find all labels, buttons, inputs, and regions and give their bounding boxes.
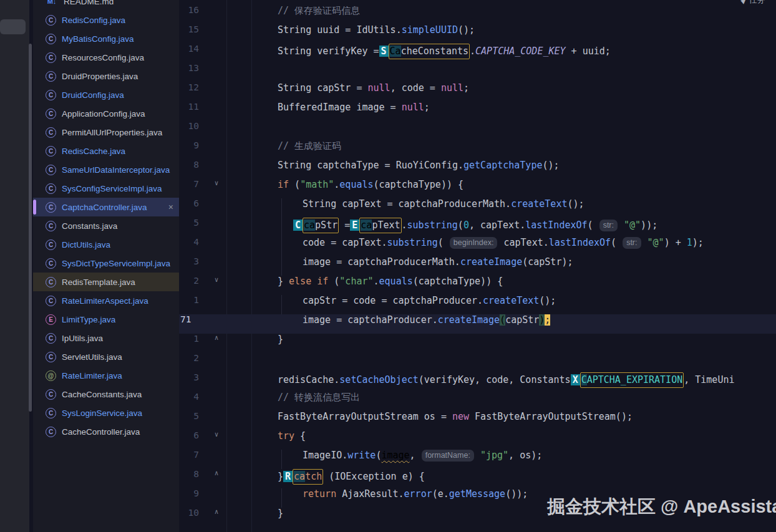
line-number[interactable]: 11: [179, 102, 199, 112]
code-token: .: [374, 276, 379, 287]
code-line[interactable]: 6String capText = captchaProducerMath.cr…: [179, 198, 776, 218]
file-row[interactable]: CMyBatisConfig.java: [33, 29, 179, 48]
line-number[interactable]: 5: [179, 218, 199, 228]
code-line[interactable]: 1∧}: [179, 334, 776, 353]
line-number[interactable]: 10: [179, 508, 199, 518]
project-panel-scrollbar[interactable]: [29, 44, 32, 412]
line-number[interactable]: 5: [179, 411, 199, 421]
fold-chevron-icon[interactable]: ∧: [211, 334, 221, 342]
code-line[interactable]: 1capStr = code = captchaProducer.createT…: [179, 295, 776, 314]
line-number[interactable]: 4: [179, 237, 199, 247]
line-number[interactable]: 10: [179, 121, 199, 131]
line-number[interactable]: 9: [179, 488, 199, 498]
file-row[interactable]: CApplicationConfig.java: [33, 104, 179, 123]
top-right-clipped-control[interactable]: ▶ 任务: [741, 0, 765, 5]
fold-chevron-icon[interactable]: ∧: [211, 469, 221, 477]
file-row[interactable]: M↓README.md: [33, 0, 179, 11]
file-row[interactable]: ELimitType.java: [33, 310, 179, 329]
line-number[interactable]: 2: [179, 353, 199, 363]
line-number[interactable]: 3: [179, 372, 199, 382]
file-row[interactable]: CDruidConfig.java: [33, 85, 179, 104]
acejump-tag: R: [283, 471, 293, 482]
code-line[interactable]: 8∧}Rcatch (IOException e) {: [179, 469, 776, 488]
code-line[interactable]: 2: [179, 353, 776, 372]
file-row[interactable]: CSameUrlDataInterceptor.java: [33, 160, 179, 179]
line-number[interactable]: 12: [179, 82, 199, 92]
code-line[interactable]: 4// 转换流信息写出: [179, 392, 776, 411]
fold-chevron-icon[interactable]: ∧: [211, 508, 221, 516]
active-tool-window-button[interactable]: [0, 19, 26, 34]
line-number[interactable]: 15: [179, 24, 199, 34]
file-label: CacheConstants.java: [62, 390, 142, 399]
line-number[interactable]: 3: [179, 256, 199, 266]
indent-guide: [281, 198, 282, 276]
file-row[interactable]: CSysDictTypeServiceImpl.java: [33, 254, 179, 273]
file-row[interactable]: CSysLoginService.java: [33, 404, 179, 422]
line-number[interactable]: 1: [179, 334, 199, 344]
code-line[interactable]: 11BufferedImage image = null;: [179, 102, 776, 121]
code-line[interactable]: 10: [179, 121, 776, 140]
file-row[interactable]: CConstants.java: [33, 216, 179, 235]
code-token: ,: [410, 450, 421, 461]
code-line[interactable]: 8String captchaType = RuoYiConfig.getCap…: [179, 160, 776, 179]
line-number[interactable]: 14: [179, 44, 199, 54]
code-token: substring: [407, 220, 458, 231]
fold-chevron-icon[interactable]: ∨: [211, 276, 221, 284]
code-line[interactable]: 7ImageIO.write(image, formatName: "jpg",…: [179, 450, 776, 469]
code-line[interactable]: 5CcapStr =EcapText.substring(0, capText.…: [179, 218, 776, 237]
line-number[interactable]: 16: [179, 5, 199, 15]
file-row[interactable]: CCaptchaController.java×: [33, 198, 179, 216]
file-row[interactable]: CDruidProperties.java: [33, 67, 179, 85]
fold-chevron-icon[interactable]: ∨: [211, 430, 221, 438]
file-row[interactable]: CRedisConfig.java: [33, 11, 179, 29]
file-row[interactable]: CRedisTemplate.java: [33, 273, 179, 291]
code-line[interactable]: 5FastByteArrayOutputStream os = new Fast…: [179, 411, 776, 430]
file-row[interactable]: CResourcesConfig.java: [33, 48, 179, 67]
code-line[interactable]: 12String capStr = null, code = null;: [179, 82, 776, 102]
file-row[interactable]: CCacheConstants.java: [33, 385, 179, 404]
file-row[interactable]: CRateLimiterAspect.java: [33, 291, 179, 310]
line-number[interactable]: 7: [179, 179, 199, 189]
code-line[interactable]: 15String uuid = IdUtils.simpleUUID();: [179, 24, 776, 44]
code-line[interactable]: 6∨try {: [179, 430, 776, 450]
line-number[interactable]: 1: [179, 295, 199, 305]
file-row[interactable]: CServletUtils.java: [33, 347, 179, 366]
code-line[interactable]: 13: [179, 63, 776, 82]
line-number[interactable]: 2: [179, 276, 199, 286]
file-row[interactable]: CRedisCache.java: [33, 142, 179, 160]
line-number[interactable]: 6: [179, 198, 199, 208]
code-line[interactable]: 4code = capText.substring( beginIndex: c…: [179, 237, 776, 256]
code-token: Ca: [390, 46, 401, 57]
line-number[interactable]: 9: [179, 140, 199, 150]
line-number[interactable]: 71: [180, 314, 218, 324]
code-token: .: [334, 179, 339, 190]
code-token: createText: [511, 198, 567, 210]
code-line[interactable]: 7∨if ("math".equals(captchaType)) {: [179, 179, 776, 198]
line-number[interactable]: 7: [179, 450, 199, 460]
file-row[interactable]: CIpUtils.java: [33, 329, 179, 347]
gutter-separator: [251, 0, 252, 532]
file-row[interactable]: CSysConfigServiceImpl.java: [33, 179, 179, 198]
line-number[interactable]: 8: [179, 469, 199, 479]
code-line[interactable]: 3redisCache.setCacheObject(verifyKey, co…: [179, 372, 776, 392]
code-line[interactable]: 71image = captchaProducer.createImage(ca…: [179, 314, 776, 334]
code-line[interactable]: 16// 保存验证码信息: [179, 5, 776, 24]
code-token: (IOException e) {: [323, 471, 425, 482]
file-row[interactable]: @RateLimiter.java: [33, 366, 179, 385]
file-label: RateLimiter.java: [62, 371, 122, 380]
fold-chevron-icon[interactable]: ∨: [211, 179, 221, 187]
line-number[interactable]: 13: [179, 63, 199, 73]
line-number[interactable]: 8: [179, 160, 199, 170]
file-row[interactable]: CCacheController.java: [33, 422, 179, 441]
code-line[interactable]: 9// 生成验证码: [179, 140, 776, 160]
code-line[interactable]: 2∨} else if ("char".equals(captchaType))…: [179, 276, 776, 295]
line-number[interactable]: 4: [179, 392, 199, 402]
code-token: [642, 237, 647, 248]
close-file-icon[interactable]: ×: [168, 203, 173, 211]
code-line[interactable]: 14String verifyKey =SCacheConstants.CAPT…: [179, 44, 776, 63]
line-number[interactable]: 6: [179, 430, 199, 440]
code-text: return AjaxResult.error(e.getMessage());: [303, 488, 528, 500]
code-line[interactable]: 3image = captchaProducerMath.createImage…: [179, 256, 776, 276]
file-row[interactable]: CDictUtils.java: [33, 235, 179, 254]
file-row[interactable]: CPermitAllUrlProperties.java: [33, 123, 179, 142]
